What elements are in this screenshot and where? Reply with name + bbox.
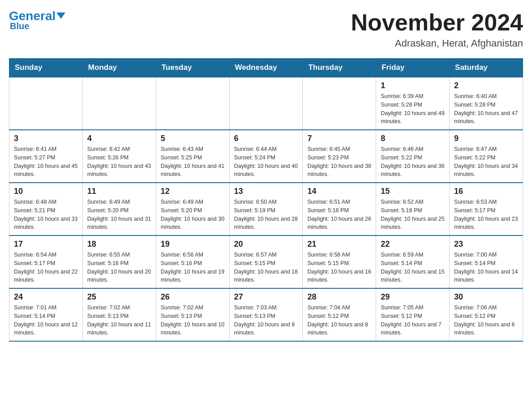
calendar-week-row: 10Sunrise: 6:48 AMSunset: 5:21 PMDayligh…: [9, 183, 523, 235]
calendar-cell: 25Sunrise: 7:02 AMSunset: 5:13 PMDayligh…: [82, 288, 156, 341]
day-info: Sunrise: 6:55 AMSunset: 5:16 PMDaylight:…: [87, 251, 151, 284]
calendar-cell: 5Sunrise: 6:43 AMSunset: 5:25 PMDaylight…: [156, 130, 229, 183]
calendar-cell: 23Sunrise: 7:00 AMSunset: 5:14 PMDayligh…: [450, 235, 523, 288]
calendar-cell: [303, 77, 376, 130]
weekday-header-sunday: Sunday: [9, 59, 83, 77]
calendar-week-row: 1Sunrise: 6:39 AMSunset: 5:28 PMDaylight…: [9, 77, 523, 130]
day-info: Sunrise: 6:49 AMSunset: 5:20 PMDaylight:…: [87, 198, 151, 231]
day-info: Sunrise: 6:39 AMSunset: 5:28 PMDaylight:…: [381, 92, 445, 126]
day-number: 23: [454, 240, 518, 249]
weekday-header-monday: Monday: [82, 59, 156, 77]
calendar-week-row: 17Sunrise: 6:54 AMSunset: 5:17 PMDayligh…: [9, 235, 523, 288]
day-info: Sunrise: 6:40 AMSunset: 5:28 PMDaylight:…: [454, 92, 518, 126]
calendar-cell: 29Sunrise: 7:05 AMSunset: 5:12 PMDayligh…: [376, 288, 450, 341]
calendar-cell: 21Sunrise: 6:58 AMSunset: 5:15 PMDayligh…: [303, 235, 376, 288]
page-header: General Blue November 2024 Adraskan, Her…: [9, 9, 523, 49]
calendar-cell: 1Sunrise: 6:39 AMSunset: 5:28 PMDaylight…: [376, 77, 450, 130]
calendar-header-row: SundayMondayTuesdayWednesdayThursdayFrid…: [9, 59, 523, 77]
weekday-header-wednesday: Wednesday: [229, 59, 303, 77]
day-number: 28: [307, 292, 371, 302]
day-number: 14: [307, 187, 371, 196]
day-number: 10: [14, 187, 78, 196]
calendar-cell: [229, 77, 303, 130]
calendar-cell: 11Sunrise: 6:49 AMSunset: 5:20 PMDayligh…: [82, 183, 156, 235]
calendar-cell: 18Sunrise: 6:55 AMSunset: 5:16 PMDayligh…: [82, 235, 156, 288]
day-info: Sunrise: 6:59 AMSunset: 5:14 PMDaylight:…: [381, 251, 445, 284]
day-info: Sunrise: 6:58 AMSunset: 5:15 PMDaylight:…: [307, 251, 371, 284]
day-info: Sunrise: 6:54 AMSunset: 5:17 PMDaylight:…: [14, 251, 78, 284]
calendar-cell: 14Sunrise: 6:51 AMSunset: 5:18 PMDayligh…: [303, 183, 376, 235]
calendar-cell: 16Sunrise: 6:53 AMSunset: 5:17 PMDayligh…: [450, 183, 523, 235]
day-info: Sunrise: 6:47 AMSunset: 5:22 PMDaylight:…: [454, 145, 518, 179]
day-number: 1: [381, 81, 445, 90]
calendar-table: SundayMondayTuesdayWednesdayThursdayFrid…: [9, 58, 523, 342]
day-number: 27: [234, 292, 298, 302]
calendar-cell: 24Sunrise: 7:01 AMSunset: 5:14 PMDayligh…: [9, 288, 83, 341]
day-number: 22: [381, 240, 445, 249]
day-number: 18: [87, 240, 151, 249]
day-number: 4: [87, 134, 151, 143]
day-info: Sunrise: 6:49 AMSunset: 5:20 PMDaylight:…: [161, 198, 225, 231]
day-info: Sunrise: 6:52 AMSunset: 5:18 PMDaylight:…: [381, 198, 445, 231]
day-number: 6: [234, 134, 298, 143]
calendar-cell: 9Sunrise: 6:47 AMSunset: 5:22 PMDaylight…: [450, 130, 523, 183]
day-number: 2: [454, 81, 518, 90]
day-number: 7: [307, 134, 371, 143]
weekday-header-saturday: Saturday: [450, 59, 523, 77]
calendar-cell: 19Sunrise: 6:56 AMSunset: 5:16 PMDayligh…: [156, 235, 229, 288]
calendar-cell: [9, 77, 83, 130]
day-info: Sunrise: 6:43 AMSunset: 5:25 PMDaylight:…: [161, 145, 225, 179]
day-info: Sunrise: 6:45 AMSunset: 5:23 PMDaylight:…: [307, 145, 371, 179]
day-info: Sunrise: 7:01 AMSunset: 5:14 PMDaylight:…: [14, 304, 78, 337]
day-number: 25: [87, 292, 151, 302]
day-number: 12: [161, 187, 225, 196]
calendar-cell: 4Sunrise: 6:42 AMSunset: 5:26 PMDaylight…: [82, 130, 156, 183]
calendar-cell: 17Sunrise: 6:54 AMSunset: 5:17 PMDayligh…: [9, 235, 83, 288]
weekday-header-tuesday: Tuesday: [156, 59, 229, 77]
calendar-cell: 22Sunrise: 6:59 AMSunset: 5:14 PMDayligh…: [376, 235, 450, 288]
calendar-cell: [156, 77, 229, 130]
calendar-cell: 12Sunrise: 6:49 AMSunset: 5:20 PMDayligh…: [156, 183, 229, 235]
day-info: Sunrise: 6:48 AMSunset: 5:21 PMDaylight:…: [14, 198, 78, 231]
day-number: 8: [381, 134, 445, 143]
day-info: Sunrise: 6:53 AMSunset: 5:17 PMDaylight:…: [454, 198, 518, 231]
day-info: Sunrise: 7:00 AMSunset: 5:14 PMDaylight:…: [454, 251, 518, 284]
calendar-cell: 30Sunrise: 7:06 AMSunset: 5:12 PMDayligh…: [450, 288, 523, 341]
logo: General Blue: [9, 9, 65, 31]
day-number: 26: [161, 292, 225, 302]
calendar-cell: 26Sunrise: 7:02 AMSunset: 5:13 PMDayligh…: [156, 288, 229, 341]
day-info: Sunrise: 6:51 AMSunset: 5:18 PMDaylight:…: [307, 198, 371, 231]
calendar-cell: 2Sunrise: 6:40 AMSunset: 5:28 PMDaylight…: [450, 77, 523, 130]
day-number: 29: [381, 292, 445, 302]
day-info: Sunrise: 6:42 AMSunset: 5:26 PMDaylight:…: [87, 145, 151, 179]
day-number: 24: [14, 292, 78, 302]
calendar-week-row: 3Sunrise: 6:41 AMSunset: 5:27 PMDaylight…: [9, 130, 523, 183]
calendar-cell: [82, 77, 156, 130]
calendar-cell: 10Sunrise: 6:48 AMSunset: 5:21 PMDayligh…: [9, 183, 83, 235]
day-number: 20: [234, 240, 298, 249]
calendar-cell: 8Sunrise: 6:46 AMSunset: 5:22 PMDaylight…: [376, 130, 450, 183]
day-number: 19: [161, 240, 225, 249]
weekday-header-friday: Friday: [376, 59, 450, 77]
day-number: 13: [234, 187, 298, 196]
day-number: 11: [87, 187, 151, 196]
logo-triangle-icon: [56, 13, 65, 19]
title-area: November 2024 Adraskan, Herat, Afghanist…: [351, 9, 523, 49]
calendar-cell: 15Sunrise: 6:52 AMSunset: 5:18 PMDayligh…: [376, 183, 450, 235]
day-info: Sunrise: 6:57 AMSunset: 5:15 PMDaylight:…: [234, 251, 298, 284]
day-info: Sunrise: 7:03 AMSunset: 5:13 PMDaylight:…: [234, 304, 298, 337]
day-info: Sunrise: 6:44 AMSunset: 5:24 PMDaylight:…: [234, 145, 298, 179]
calendar-cell: 3Sunrise: 6:41 AMSunset: 5:27 PMDaylight…: [9, 130, 83, 183]
calendar-week-row: 24Sunrise: 7:01 AMSunset: 5:14 PMDayligh…: [9, 288, 523, 341]
day-number: 15: [381, 187, 445, 196]
day-number: 9: [454, 134, 518, 143]
day-number: 5: [161, 134, 225, 143]
weekday-header-thursday: Thursday: [303, 59, 376, 77]
calendar-cell: 7Sunrise: 6:45 AMSunset: 5:23 PMDaylight…: [303, 130, 376, 183]
day-info: Sunrise: 7:04 AMSunset: 5:12 PMDaylight:…: [307, 304, 371, 337]
calendar-cell: 27Sunrise: 7:03 AMSunset: 5:13 PMDayligh…: [229, 288, 303, 341]
location-subtitle: Adraskan, Herat, Afghanistan: [351, 38, 523, 49]
day-info: Sunrise: 7:06 AMSunset: 5:12 PMDaylight:…: [454, 304, 518, 337]
day-number: 3: [14, 134, 78, 143]
day-info: Sunrise: 7:02 AMSunset: 5:13 PMDaylight:…: [161, 304, 225, 337]
